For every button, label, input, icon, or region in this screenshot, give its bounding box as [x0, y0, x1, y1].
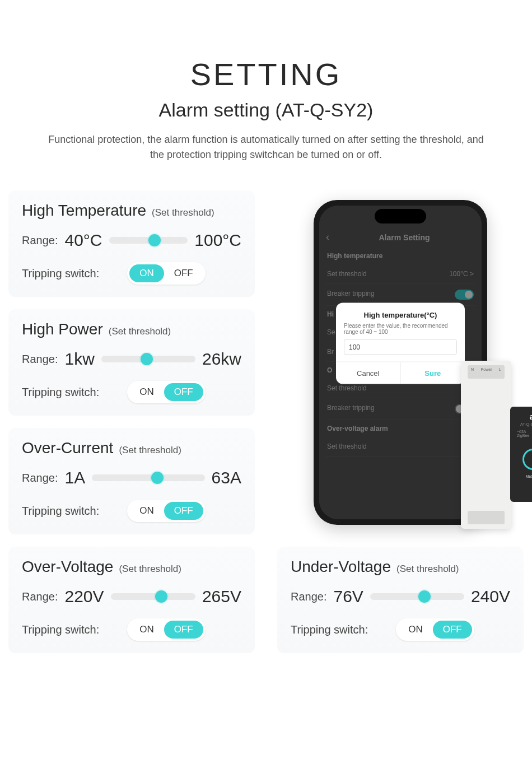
power-icon	[522, 449, 532, 470]
threshold-slider[interactable]	[111, 593, 195, 600]
tripping-toggle[interactable]: ON OFF	[127, 381, 206, 403]
toggle-off[interactable]: OFF	[164, 502, 203, 520]
tripping-toggle[interactable]: ON OFF	[127, 500, 206, 522]
dialog-high-temperature: High temperature(°C) Please enter the va…	[336, 303, 465, 384]
tripping-toggle[interactable]: ON OFF	[127, 262, 206, 285]
toggle-on[interactable]: ON	[398, 621, 433, 639]
range-max: 265V	[202, 587, 241, 606]
slider-thumb[interactable]	[151, 472, 164, 484]
tripping-label: Tripping switch:	[22, 267, 99, 280]
card-title: Over-Voltage	[22, 558, 113, 576]
range-min: 76V	[334, 587, 363, 606]
device-white-body: N Power L N Load L	[461, 361, 511, 529]
dialog-hint: Please enter the value, the recommended …	[336, 323, 465, 339]
slider-thumb[interactable]	[141, 353, 153, 365]
range-max: 100°C	[194, 231, 241, 250]
set-threshold-hint: (Set threshold)	[396, 564, 459, 575]
card-high-power: High Power (Set threshold) Range: 1kw 26…	[8, 309, 255, 416]
threshold-slider[interactable]	[92, 474, 204, 481]
threshold-slider[interactable]	[370, 593, 464, 600]
toggle-off[interactable]: OFF	[433, 621, 472, 639]
threshold-slider[interactable]	[101, 356, 195, 362]
tripping-label: Tripping switch:	[291, 623, 368, 636]
set-threshold-hint: (Set threshold)	[119, 445, 181, 456]
toggle-on[interactable]: ON	[129, 502, 164, 520]
device-logo: at	[515, 412, 532, 421]
toggle-on[interactable]: ON	[129, 383, 164, 401]
range-min: 1kw	[65, 350, 95, 369]
range-max: 26kw	[202, 350, 241, 369]
set-threshold-hint: (Set threshold)	[109, 326, 171, 337]
range-max: 240V	[471, 587, 510, 606]
cancel-button[interactable]: Cancel	[336, 362, 401, 384]
card-over-current: Over-Current (Set threshold) Range: 1A 6…	[8, 428, 255, 534]
page-title: SETTING	[8, 56, 524, 92]
range-min: 1A	[65, 468, 86, 487]
device-metering-label: Metering	[515, 474, 532, 478]
phone-preview: ‹ Alarm Setting High temperature Set thr…	[277, 190, 524, 534]
device-model: AT-Q-SY2-JZT	[515, 422, 532, 426]
range-label: Range:	[22, 353, 58, 366]
device-mockup: N Power L N Load L at AT-Q-SY2-JZT ~63A …	[461, 361, 532, 529]
phone-notch	[375, 209, 426, 223]
toggle-on[interactable]: ON	[129, 264, 164, 282]
range-label: Range:	[291, 590, 327, 603]
dialog-title: High temperature(°C)	[336, 303, 465, 323]
threshold-slider[interactable]	[109, 237, 188, 244]
tripping-toggle[interactable]: ON OFF	[127, 618, 206, 641]
slider-thumb[interactable]	[155, 590, 167, 603]
toggle-on[interactable]: ON	[129, 621, 164, 639]
device-black-face: at AT-Q-SY2-JZT ~63A ~230V ZigBee 50/60H…	[510, 407, 532, 502]
range-max: 63A	[212, 468, 241, 487]
tripping-label: Tripping switch:	[22, 505, 99, 518]
card-title: High Power	[22, 320, 103, 338]
range-min: 40°C	[65, 231, 102, 250]
page-subtitle: Alarm setting (AT-Q-SY2)	[8, 99, 524, 121]
card-high-temperature: High Temperature (Set threshold) Range: …	[8, 190, 255, 297]
range-label: Range:	[22, 590, 58, 603]
tripping-label: Tripping switch:	[22, 623, 99, 636]
phone-screen: ‹ Alarm Setting High temperature Set thr…	[319, 206, 482, 519]
page-description: Functional protection, the alarm functio…	[48, 132, 484, 162]
toggle-off[interactable]: OFF	[164, 264, 203, 282]
card-over-voltage: Over-Voltage (Set threshold) Range: 220V…	[8, 547, 255, 653]
toggle-off[interactable]: OFF	[164, 383, 203, 401]
toggle-off[interactable]: OFF	[164, 621, 203, 639]
card-title: Under-Voltage	[291, 558, 391, 576]
range-label: Range:	[22, 472, 58, 485]
card-under-voltage: Under-Voltage (Set threshold) Range: 76V…	[277, 547, 524, 653]
slider-thumb[interactable]	[148, 234, 161, 246]
range-min: 220V	[65, 587, 104, 606]
range-label: Range:	[22, 234, 58, 247]
set-threshold-hint: (Set threshold)	[119, 564, 181, 575]
set-threshold-hint: (Set threshold)	[152, 207, 214, 218]
dialog-input[interactable]: 100	[344, 339, 457, 355]
card-title: Over-Current	[22, 439, 113, 457]
tripping-toggle[interactable]: ON OFF	[396, 618, 474, 641]
card-title: High Temperature	[22, 202, 146, 220]
slider-thumb[interactable]	[418, 590, 431, 603]
sure-button[interactable]: Sure	[401, 362, 465, 384]
tripping-label: Tripping switch:	[22, 386, 99, 399]
